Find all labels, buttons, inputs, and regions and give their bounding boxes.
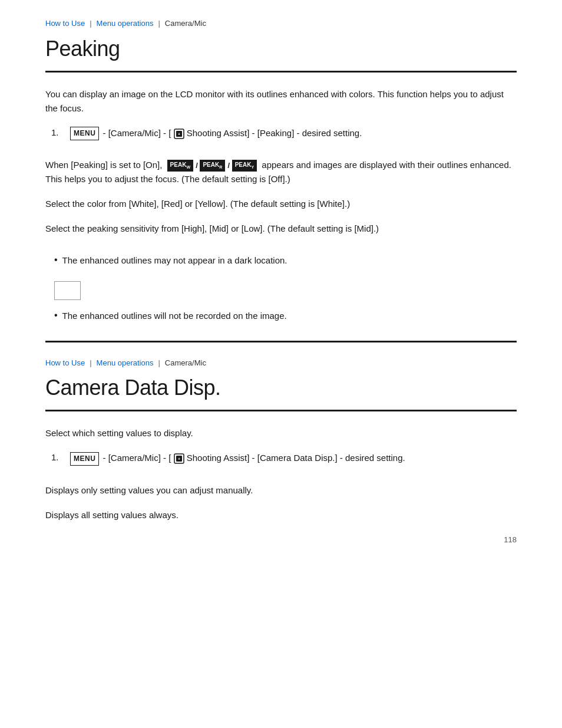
peaking-bullet-1-text: The enhanced outlines may not appear in …	[62, 253, 287, 268]
breadcrumb-camera-data: How to Use | Menu operations | Camera/Mi…	[45, 357, 517, 369]
breadcrumb-sep2: |	[158, 18, 160, 29]
breadcrumb-camera-mic-2: Camera/Mic	[165, 357, 206, 369]
camera-data-body1: Displays only setting values you can adj…	[45, 483, 517, 498]
peak-icons-group: PEAKW / PEAKR / PEAKY	[167, 160, 260, 170]
shooting-assist-icon-cd: +	[174, 453, 184, 464]
menu-badge-camera-data: MENU	[70, 452, 99, 466]
step-1-content-cd: MENU - [Camera/Mic] - [ + Shooting Assis…	[70, 451, 405, 466]
shooting-assist-icon-peaking: +	[174, 129, 184, 139]
peaking-body1: When [Peaking] is set to [On], PEAKW / P…	[45, 158, 517, 186]
peaking-bullet-1: The enhanced outlines may not appear in …	[54, 253, 517, 268]
step1-text-cd: - [Camera/Mic] - [	[103, 453, 171, 463]
peaking-body2: Select the color from [White], [Red] or …	[45, 197, 517, 211]
peaking-title: Peaking	[45, 33, 517, 65]
breadcrumb-peaking: How to Use | Menu operations | Camera/Mi…	[45, 18, 517, 29]
peaking-bullet-2-text: The enhanced outlines will not be record…	[62, 309, 287, 323]
peaking-bullets-2: The enhanced outlines will not be record…	[45, 309, 517, 323]
page-container: How to Use | Menu operations | Camera/Mi…	[16, 0, 546, 563]
camera-data-title: Camera Data Disp.	[45, 372, 517, 404]
peak-icon-w: PEAKW	[167, 160, 193, 172]
step-1-number-cd: 1.	[51, 451, 63, 465]
step-1-number: 1.	[51, 126, 63, 140]
camera-data-section: How to Use | Menu operations | Camera/Mi…	[45, 357, 517, 522]
step1-text2-peaking: Shooting Assist] - [Peaking] - desired s…	[187, 128, 362, 138]
peaking-body3: Select the peaking sensitivity from [Hig…	[45, 222, 517, 236]
svg-text:+: +	[177, 132, 180, 136]
svg-text:+: +	[177, 457, 180, 461]
breadcrumb-sep1-2: |	[90, 357, 91, 369]
section-divider-bottom	[45, 341, 517, 342]
breadcrumb-camera-mic: Camera/Mic	[165, 18, 206, 29]
peaking-bullets: The enhanced outlines may not appear in …	[45, 253, 517, 268]
peaking-section: How to Use | Menu operations | Camera/Mi…	[45, 18, 517, 323]
breadcrumb-menu-operations[interactable]: Menu operations	[97, 18, 154, 29]
camera-data-intro: Select which setting values to display.	[45, 426, 517, 440]
peaking-steps: 1. MENU - [Camera/Mic] - [ + Shooting As…	[45, 126, 517, 141]
peaking-bullet-2: The enhanced outlines will not be record…	[54, 309, 517, 323]
peaking-intro: You can display an image on the LCD moni…	[45, 87, 517, 116]
breadcrumb-sep1: |	[90, 18, 91, 29]
breadcrumb-menu-operations-2[interactable]: Menu operations	[97, 357, 154, 369]
peak-icon-r: PEAKR	[200, 160, 225, 172]
step1-text: - [Camera/Mic] - [	[103, 128, 171, 138]
breadcrumb-sep2-2: |	[158, 357, 160, 369]
camera-data-steps: 1. MENU - [Camera/Mic] - [ + Shooting As…	[45, 451, 517, 466]
step1-text2-cd: Shooting Assist] - [Camera Data Disp.] -…	[187, 453, 405, 463]
camera-data-body2: Displays all setting values always.	[45, 508, 517, 522]
step-1-content: MENU - [Camera/Mic] - [ + Shooting Assis…	[70, 126, 362, 141]
page-number: 118	[45, 534, 517, 546]
menu-badge-peaking: MENU	[70, 127, 99, 140]
peaking-step-1: 1. MENU - [Camera/Mic] - [ + Shooting As…	[51, 126, 517, 141]
peaking-divider-top	[45, 71, 517, 73]
peak-icon-y: PEAKY	[232, 160, 257, 172]
camera-data-step-1: 1. MENU - [Camera/Mic] - [ + Shooting As…	[51, 451, 517, 466]
breadcrumb-how-to-use[interactable]: How to Use	[45, 18, 85, 29]
note-box-peaking	[54, 281, 81, 300]
breadcrumb-how-to-use-2[interactable]: How to Use	[45, 357, 85, 369]
peaking-body1-pre: When [Peaking] is set to [On],	[45, 160, 162, 170]
camera-data-divider-top	[45, 410, 517, 411]
